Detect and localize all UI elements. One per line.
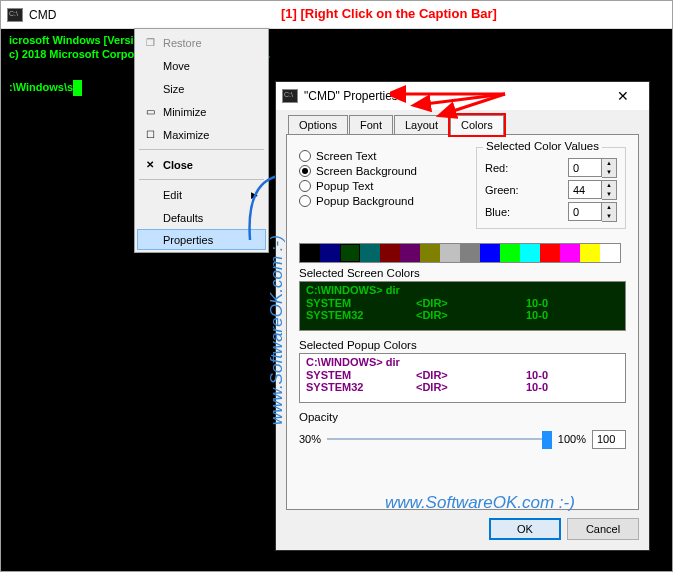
popup-colors-preview: C:\WINDOWS> dir SYSTEM<DIR>10-0 SYSTEM32… xyxy=(299,353,626,403)
color-swatch[interactable] xyxy=(500,244,520,262)
menu-defaults[interactable]: Defaults xyxy=(137,206,266,229)
radio-icon xyxy=(299,195,311,207)
dialog-titlebar[interactable]: "CMD" Properties ✕ xyxy=(276,82,649,110)
cursor-icon xyxy=(73,80,82,96)
menu-close[interactable]: ✕Close xyxy=(137,153,266,176)
tab-layout[interactable]: Layout xyxy=(394,115,449,135)
spinner-buttons[interactable]: ▲▼ xyxy=(602,180,617,200)
slider-track xyxy=(327,438,552,440)
spinner-buttons[interactable]: ▲▼ xyxy=(602,202,617,222)
color-swatch[interactable] xyxy=(480,244,500,262)
menu-edit[interactable]: Edit▶ xyxy=(137,183,266,206)
color-swatch[interactable] xyxy=(340,244,360,262)
color-target-radios: Screen Text Screen Background Popup Text… xyxy=(299,147,460,235)
restore-icon: ❐ xyxy=(144,37,156,48)
color-swatch[interactable] xyxy=(420,244,440,262)
spin-down-icon[interactable]: ▼ xyxy=(602,190,616,199)
tab-colors[interactable]: Colors xyxy=(450,115,504,135)
color-swatch[interactable] xyxy=(560,244,580,262)
color-swatch[interactable] xyxy=(600,244,620,262)
opacity-slider[interactable] xyxy=(327,429,552,449)
menu-minimize[interactable]: ▭Minimize xyxy=(137,100,266,123)
color-swatch[interactable] xyxy=(320,244,340,262)
menu-separator xyxy=(139,149,264,150)
spin-up-icon[interactable]: ▲ xyxy=(602,203,616,212)
color-swatch[interactable] xyxy=(440,244,460,262)
label-blue: Blue: xyxy=(485,206,510,218)
label-red: Red: xyxy=(485,162,508,174)
radio-popup-text[interactable]: Popup Text xyxy=(299,180,460,192)
spinner-buttons[interactable]: ▲▼ xyxy=(602,158,617,178)
dialog-icon xyxy=(282,89,298,103)
label-green: Green: xyxy=(485,184,519,196)
spin-down-icon[interactable]: ▼ xyxy=(602,212,616,221)
menu-size[interactable]: Size xyxy=(137,77,266,100)
spin-down-icon[interactable]: ▼ xyxy=(602,168,616,177)
color-swatch[interactable] xyxy=(360,244,380,262)
color-swatch[interactable] xyxy=(300,244,320,262)
menu-move[interactable]: Move xyxy=(137,54,266,77)
menu-separator xyxy=(139,179,264,180)
color-swatch[interactable] xyxy=(460,244,480,262)
color-swatch[interactable] xyxy=(400,244,420,262)
tab-strip: Options Font Layout Colors xyxy=(286,115,639,135)
radio-icon xyxy=(299,180,311,192)
cmd-title: CMD xyxy=(29,8,56,22)
cancel-button[interactable]: Cancel xyxy=(567,518,639,540)
slider-thumb-icon[interactable] xyxy=(542,431,552,449)
color-swatch[interactable] xyxy=(520,244,540,262)
tab-options[interactable]: Options xyxy=(288,115,348,135)
dialog-body: Options Font Layout Colors Screen Text S… xyxy=(276,110,649,550)
spin-up-icon[interactable]: ▲ xyxy=(602,181,616,190)
color-swatch[interactable] xyxy=(380,244,400,262)
minimize-icon: ▭ xyxy=(144,106,156,117)
menu-maximize[interactable]: ☐Maximize xyxy=(137,123,266,146)
menu-restore[interactable]: ❐Restore xyxy=(137,31,266,54)
cmd-icon xyxy=(7,8,23,22)
spin-up-icon[interactable]: ▲ xyxy=(602,159,616,168)
red-input[interactable] xyxy=(568,158,602,177)
tab-font[interactable]: Font xyxy=(349,115,393,135)
selected-screen-colors-label: Selected Screen Colors xyxy=(299,267,626,279)
blue-input[interactable] xyxy=(568,202,602,221)
close-icon: ✕ xyxy=(144,159,156,170)
menu-properties[interactable]: Properties xyxy=(137,229,266,250)
system-menu: ❐Restore Move Size ▭Minimize ☐Maximize ✕… xyxy=(134,28,269,253)
cmd-line: c) 2018 Microsoft Corporation. All right… xyxy=(9,47,664,61)
green-input[interactable] xyxy=(568,180,602,199)
radio-popup-background[interactable]: Popup Background xyxy=(299,195,460,207)
cmd-line: icrosoft Windows [Version 10.0.17134.48] xyxy=(9,33,664,47)
tab-panel-colors: Screen Text Screen Background Popup Text… xyxy=(286,134,639,510)
color-swatch[interactable] xyxy=(580,244,600,262)
radio-icon xyxy=(299,150,311,162)
selected-color-values-group: Selected Color Values Red:▲▼ Green:▲▼ Bl… xyxy=(476,147,626,229)
ok-button[interactable]: OK xyxy=(489,518,561,540)
opacity-input[interactable] xyxy=(592,430,626,449)
color-swatch[interactable] xyxy=(540,244,560,262)
dialog-title: "CMD" Properties xyxy=(304,89,398,103)
color-palette xyxy=(299,243,621,263)
radio-screen-text[interactable]: Screen Text xyxy=(299,150,460,162)
opacity-min-label: 30% xyxy=(299,433,321,445)
annotation-1: [1] [Right Click on the Caption Bar] xyxy=(281,6,497,21)
group-label: Selected Color Values xyxy=(483,140,602,152)
radio-icon xyxy=(299,165,311,177)
properties-dialog: "CMD" Properties ✕ Options Font Layout C… xyxy=(275,81,650,551)
selected-popup-colors-label: Selected Popup Colors xyxy=(299,339,626,351)
screen-colors-preview: C:\WINDOWS> dir SYSTEM<DIR>10-0 SYSTEM32… xyxy=(299,281,626,331)
close-button[interactable]: ✕ xyxy=(603,88,643,104)
opacity-max-label: 100% xyxy=(558,433,586,445)
opacity-label: Opacity xyxy=(299,411,626,423)
maximize-icon: ☐ xyxy=(144,129,156,140)
radio-screen-background[interactable]: Screen Background xyxy=(299,165,460,177)
submenu-arrow-icon: ▶ xyxy=(251,190,258,200)
